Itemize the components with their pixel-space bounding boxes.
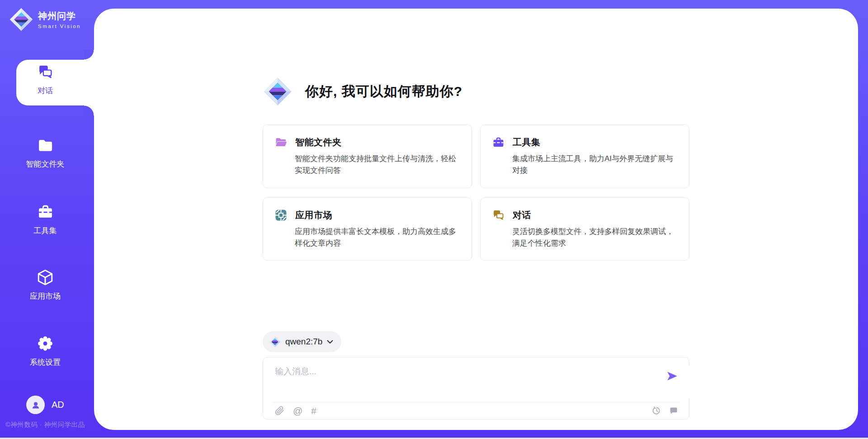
user-name: AD — [52, 400, 64, 410]
sidebar: 神州问学 Smart Vision 对话 智能文件夹 — [0, 0, 94, 439]
model-selector[interactable]: qwen2:7b — [263, 331, 341, 352]
message-input[interactable] — [275, 366, 858, 398]
chat-bubbles-icon — [37, 64, 54, 81]
feature-cards: 智能文件夹 智能文件夹功能支持批量文件上传与清洗，轻松实现文件问答 — [263, 124, 689, 261]
card-title: 应用市场 — [295, 209, 332, 221]
topic-icon[interactable]: # — [311, 406, 316, 415]
sidebar-item-folder[interactable]: 智能文件夹 — [0, 137, 90, 169]
brand-name: 神州问学 — [38, 11, 76, 21]
sidebar-item-tools[interactable]: 工具集 — [0, 204, 90, 236]
card-title: 对话 — [513, 209, 531, 221]
greeting-text: 你好, 我可以如何帮助你? — [305, 82, 462, 101]
model-name: qwen2:7b — [285, 337, 322, 347]
model-diamond-icon — [269, 336, 281, 348]
sidebar-item-chat[interactable]: 对话 — [0, 64, 90, 96]
feedback-bubble-icon[interactable] — [669, 406, 678, 415]
chat-bubbles-icon — [492, 209, 505, 221]
sidebar-item-label: 对话 — [0, 86, 90, 96]
app-grid-icon — [275, 209, 287, 221]
sidebar-item-settings[interactable]: 系统设置 — [0, 335, 90, 367]
card-description: 应用市场提供丰富长文本模板，助力高效生成多样化文章内容 — [295, 226, 460, 250]
avatar — [26, 396, 45, 414]
history-icon[interactable] — [652, 406, 661, 415]
sidebar-item-label: 智能文件夹 — [0, 159, 90, 169]
send-button[interactable] — [666, 370, 678, 382]
briefcase-icon — [492, 136, 505, 148]
sidebar-item-market[interactable]: 应用市场 — [0, 269, 90, 301]
folder-icon — [37, 137, 54, 154]
card-title: 智能文件夹 — [295, 136, 342, 148]
folder-open-icon — [275, 136, 287, 148]
brand-diamond-icon — [9, 7, 33, 32]
card-toolset[interactable]: 工具集 集成市场上主流工具，助力AI与外界无缝扩展与对接 — [480, 124, 689, 188]
card-chat[interactable]: 对话 灵活切换多模型文件，支持多样回复效果调试，满足个性化需求 — [480, 197, 689, 261]
chevron-down-icon — [327, 340, 333, 344]
brand-logo: 神州问学 Smart Vision — [9, 7, 81, 32]
card-title: 工具集 — [513, 136, 541, 148]
greeting: 你好, 我可以如何帮助你? — [263, 76, 689, 106]
composer: qwen2:7b — [263, 331, 689, 420]
card-smart-folder[interactable]: 智能文件夹 智能文件夹功能支持批量文件上传与清洗，轻松实现文件问答 — [263, 124, 472, 188]
card-description: 灵活切换多模型文件，支持多样回复效果调试，满足个性化需求 — [512, 226, 677, 250]
sidebar-item-label: 系统设置 — [0, 357, 90, 367]
attachment-icon[interactable] — [275, 406, 284, 415]
copyright-footer: ©神州数码 · 神州问学出品 — [5, 420, 85, 429]
sidebar-item-label: 工具集 — [0, 225, 90, 236]
cube-icon — [37, 269, 54, 286]
card-description: 智能文件夹功能支持批量文件上传与清洗，轻松实现文件问答 — [295, 153, 460, 177]
card-app-market[interactable]: 应用市场 应用市场提供丰富长文本模板，助力高效生成多样化文章内容 — [263, 197, 472, 261]
brand-subtitle: Smart Vision — [38, 24, 81, 29]
gear-icon — [37, 335, 54, 352]
message-input-box: @ # — [263, 357, 689, 420]
main-panel: 你好, 我可以如何帮助你? 智能文件夹 智能文件夹功能支持批量文件上传与清洗，轻… — [94, 9, 858, 430]
assistant-diamond-icon — [263, 76, 292, 106]
briefcase-icon — [37, 204, 54, 220]
user-account[interactable]: AD — [26, 396, 64, 414]
card-description: 集成市场上主流工具，助力AI与外界无缝扩展与对接 — [512, 153, 677, 177]
sidebar-item-label: 应用市场 — [0, 291, 90, 301]
mention-icon[interactable]: @ — [293, 406, 302, 415]
